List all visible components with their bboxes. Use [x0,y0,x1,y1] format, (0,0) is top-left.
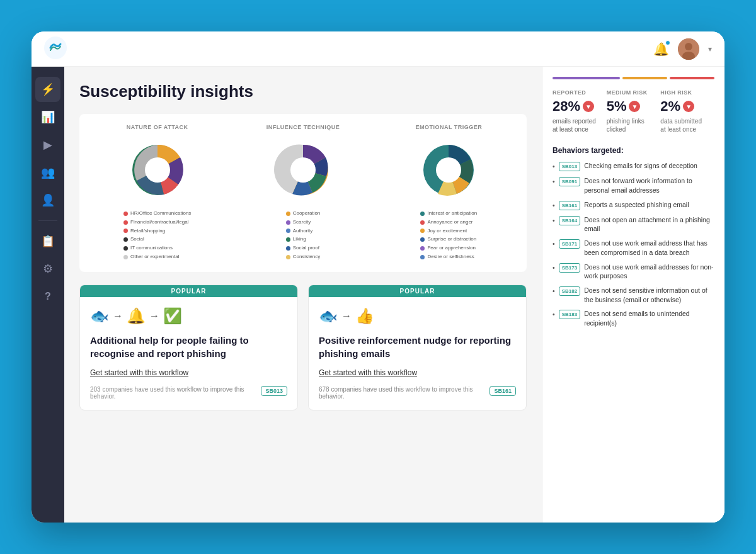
sidebar-item-team[interactable]: 👥 [35,160,60,185]
behavior-badge: SB013 [559,162,580,171]
logo[interactable] [44,37,67,62]
stat-reported: REPORTED 28% ▼ emails reported at least … [553,89,607,133]
right-panel: REPORTED 28% ▼ emails reported at least … [542,67,724,523]
emotional-trigger-chart: EMOTIONAL TRIGGER Interest or anticip [381,124,517,262]
nature-legend: HR/Office Communications Financial/contr… [123,210,191,262]
notifications-bell[interactable]: 🔔 [653,42,669,57]
stat-high-value: 2% [660,98,680,115]
svg-point-2 [685,43,692,50]
chart-label-influence: INFLUENCE TECHNIQUE [266,124,340,130]
behavior-text: Does not send emails to unintended recip… [584,309,714,327]
behavior-badge: SB091 [559,177,580,186]
sidebar-item-help[interactable]: ? [35,284,60,309]
stat-medium: MEDIUM RISK 5% ▼ phishing links clicked [607,89,661,133]
charts-section: NATURE OF ATTACK [79,114,527,272]
svg-point-5 [145,157,170,183]
sidebar-item-users[interactable]: 👤 [35,188,60,213]
progress-bar-reported [553,77,620,79]
stat-high-label: HIGH RISK [660,89,707,96]
chart-label-emotional: EMOTIONAL TRIGGER [415,124,482,130]
behavior-item: • SB161 Reports a suspected phishing ema… [553,200,714,210]
sidebar-item-play[interactable]: ▶ [35,132,60,157]
arrow-icon-1b: → [149,310,159,322]
user-menu-chevron[interactable]: ▾ [708,45,712,54]
fish-icon-2: 🐟 [319,307,338,325]
behavior-item: • SB164 Does not open an attachment in a… [553,215,714,234]
stats-row: REPORTED 28% ▼ emails reported at least … [553,89,714,133]
behavior-item: • SB182 Does not send sensitive informat… [553,286,714,304]
bullet: • [553,286,555,296]
progress-bar-high [670,77,714,79]
bullet: • [553,216,555,225]
nature-pie-chart [123,135,192,205]
check-icon-card1: ✅ [163,307,182,325]
behavior-item: • SB183 Does not send emails to unintend… [553,309,714,327]
behavior-badge: SB173 [559,263,580,273]
stat-reported-value: 28% [553,98,580,115]
behavior-badge: SB171 [559,239,580,249]
behavior-text: Does not use work email addresses for no… [584,263,714,281]
nature-of-attack-chart: NATURE OF ATTACK [89,124,225,262]
stat-reported-desc: emails reported at least once [553,117,599,133]
stat-medium-arrow: ▼ [629,101,640,112]
bullet: • [553,263,555,273]
stat-medium-value: 5% [607,98,627,115]
card-2-title: Positive reinforcement nudge for reporti… [319,334,516,360]
card-2-icons: 🐟 → 👍 [319,307,516,325]
emotional-pie-chart [414,135,483,205]
stat-high-desc: data submitted at least once [660,117,707,133]
progress-bars [553,77,714,79]
stat-high: HIGH RISK 2% ▼ data submitted at least o… [660,89,714,133]
user-avatar[interactable] [678,38,699,60]
behavior-text: Reports a suspected phishing email [584,200,689,210]
behavior-item: • SB173 Does not use work email addresse… [553,263,714,281]
arrow-icon-1a: → [113,310,123,322]
card-1-link[interactable]: Get started with this workflow [90,368,188,377]
stat-medium-desc: phishing links clicked [607,117,653,133]
thumbsup-icon-card2: 👍 [355,307,374,325]
behavior-badge: SB161 [559,201,580,210]
behavior-badge: SB182 [559,286,580,296]
card-2-badge: SB161 [490,386,516,396]
chart-label-nature: NATURE OF ATTACK [127,124,188,130]
sidebar-item-dashboard[interactable]: ⚡ [35,77,60,102]
notification-dot [665,40,670,45]
stat-reported-label: REPORTED [553,89,599,96]
behavior-item: • SB171 Does not use work email address … [553,239,714,257]
sidebar-item-analytics[interactable]: 📊 [35,105,60,130]
influence-legend: Cooperation Scarcity Authority Liking So… [286,210,321,262]
behaviors-list: • SB013 Checking emails for signs of dec… [553,161,714,328]
card-2-companies-text: 678 companies have used this workflow to… [319,386,484,400]
sidebar-item-settings[interactable]: ⚙ [35,256,60,281]
behaviors-title: Behaviors targeted: [553,146,714,155]
card-2-footer: 678 companies have used this workflow to… [319,386,516,400]
card-2-link[interactable]: Get started with this workflow [319,368,417,377]
card-1-companies-text: 203 companies have used this workflow to… [90,386,256,400]
progress-bar-medium [622,77,667,79]
nav-actions: 🔔 ▾ [653,38,712,60]
page-title: Susceptibility insights [79,82,527,101]
sidebar-item-reports[interactable]: 📋 [35,229,60,254]
card-1-title: Additional help for people failing to re… [90,334,287,360]
arrow-icon-2: → [341,310,352,322]
svg-point-9 [436,157,461,183]
charts-row: NATURE OF ATTACK [89,124,517,262]
bullet: • [553,310,555,319]
workflow-card-1: POPULAR 🐟 → 🔔 → ✅ Additional help for pe… [79,285,298,410]
fish-icon-1: 🐟 [90,307,109,325]
emotional-legend: Interest or anticipation Annoyance or an… [420,210,477,262]
card-1-popular-badge: POPULAR [80,285,297,297]
behavior-text: Does not use work email address that has… [584,239,714,257]
bell-icon-card1: 🔔 [127,307,146,325]
stat-medium-label: MEDIUM RISK [607,89,653,96]
workflow-card-2: POPULAR 🐟 → 👍 Positive reinforcement nud… [308,285,527,410]
behavior-badge: SB183 [559,310,580,319]
main-panel: Susceptibility insights NATURE OF ATTACK [64,67,542,523]
bullet: • [553,177,555,186]
stat-reported-arrow: ▼ [583,101,594,112]
behavior-item: • SB013 Checking emails for signs of dec… [553,161,714,171]
bullet: • [553,162,555,171]
card-2-popular-badge: POPULAR [309,285,526,297]
bullet: • [553,201,555,210]
behavior-text: Does not open an attachment in a phishin… [584,215,714,234]
